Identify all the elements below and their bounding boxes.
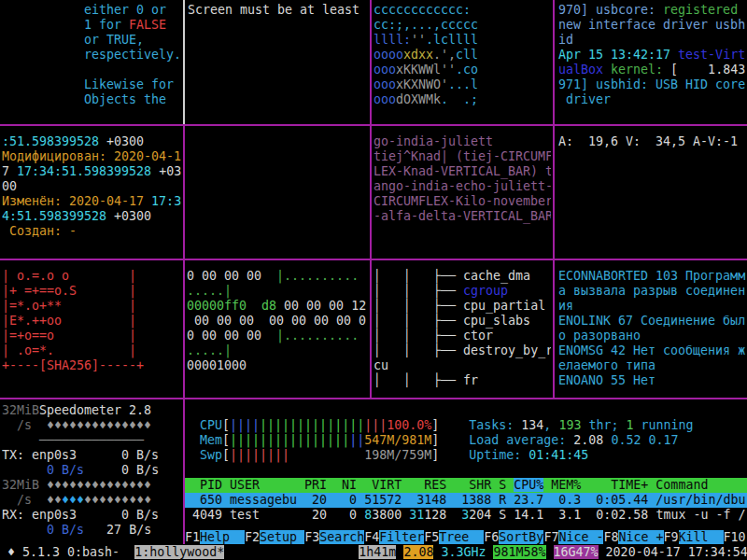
text-segment: or TRUE,	[2, 33, 144, 47]
status-diamond-icon: ♦	[0, 545, 22, 559]
text-segment: Uptime:	[469, 448, 529, 462]
text-segment: LEX-Knad-VERTICAL_BAR) t	[374, 164, 551, 178]
terminal-line	[185, 403, 747, 418]
text-segment: Likewise for	[2, 77, 174, 91]
pane-errno-list[interactable]: ECONNABORTED 103 Программа вызвала разры…	[558, 269, 747, 388]
text-segment: .....|	[187, 284, 232, 298]
fkey-search-label[interactable]: Search	[319, 530, 364, 544]
text-segment: а вызвала разрыв соединен	[558, 284, 745, 298]
fkey-sortby-label[interactable]: SortBy	[499, 530, 543, 544]
fkey-f5[interactable]: F5	[424, 530, 439, 544]
fkey-help-label[interactable]: Help	[200, 530, 245, 544]
text-segment: Speedometer 2.8	[39, 403, 151, 417]
pane-border[interactable]	[0, 398, 747, 399]
fkey-setup-label[interactable]: Setup	[260, 530, 304, 544]
text-segment: MEM% TIME+ Command	[543, 478, 738, 492]
tmux-status-bar[interactable]: ♦ 5.1.3 0:bash- 1:hollywood* 1h41m 2.08 …	[0, 545, 747, 560]
pane-hexdump[interactable]: 0 00 00 00 |...............|00000ff0 d8 …	[187, 269, 368, 373]
text-segment: cu	[374, 358, 388, 372]
text-segment: CPU	[185, 418, 222, 432]
process-row[interactable]: 4049 test 20 0 83800 31128 3204 S 14.1 3…	[185, 508, 747, 523]
fkey-f3[interactable]: F3	[304, 530, 319, 544]
text-segment	[546, 545, 554, 559]
terminal-line: ENOMSG 42 Нет сообщения ж	[558, 343, 747, 358]
fkey-f2[interactable]: F2	[245, 530, 260, 544]
fkey-filter-label[interactable]: Filter	[379, 530, 424, 544]
terminal-line: CIRCUMFLEX-Kilo-november	[374, 194, 551, 209]
pane-ascii-art[interactable]: cccccccccccc:cc:;,...,cccccllll:''.lclll…	[374, 3, 551, 107]
pane-border[interactable]	[553, 126, 555, 259]
pane-border[interactable]	[370, 260, 372, 398]
fkey-f4[interactable]: F4	[364, 530, 379, 544]
terminal-line: 00000ff0 d8 00 00 00 12	[187, 299, 368, 314]
text-segment: 00000ff0 d8	[187, 299, 276, 313]
pane-phonetic-text[interactable]: go-india-julietttiej^Knad| (tiej-CIRCUMF…	[374, 134, 551, 224]
terminal-line: Создан: -	[2, 224, 181, 239]
text-segment: елаемого типа	[558, 358, 655, 372]
pane-border[interactable]	[183, 126, 185, 259]
text-segment: Screen must be at least	[188, 3, 359, 17]
text-segment: [	[222, 433, 230, 447]
fkey-f6[interactable]: F6	[484, 530, 499, 544]
pane-border[interactable]	[183, 0, 185, 124]
pane-border[interactable]	[0, 259, 747, 260]
text-segment: Создан: -	[2, 224, 77, 238]
text-segment: ♦♦♦♦♦♦♦♦♦♦♦♦♦♦	[47, 418, 151, 432]
text-segment: 0.17	[648, 433, 678, 447]
terminal-line: :51.598399528 +0300	[2, 134, 181, 149]
text-segment: 0 B/s	[121, 463, 159, 477]
text-segment: 4:51.598399528	[2, 209, 106, 223]
pane-speedometer[interactable]: 32MiBSpeedometer 2.8 /s ♦♦♦♦♦♦♦♦♦♦♦♦♦♦ ─…	[2, 403, 181, 538]
fkey-f1[interactable]: F1	[185, 530, 200, 544]
text-segment: │ │ ├──	[374, 314, 463, 328]
text-segment: 00 00 00 12	[276, 299, 366, 313]
pane-border[interactable]	[0, 124, 747, 126]
text-segment	[120, 545, 134, 559]
pane-border[interactable]	[553, 260, 555, 398]
terminal-line: Mem[||||||||||||||||||547M/981M] Load av…	[185, 433, 747, 448]
pane-doc-text[interactable]: either 0 or 1 for FALSE or TRUE, respect…	[2, 3, 181, 107]
fkey-f8[interactable]: F8	[603, 530, 618, 544]
window-item-hollywood[interactable]: 1:hollywood*	[134, 545, 224, 559]
text-segment: Изменён: 2020-04-17	[2, 194, 151, 208]
terminal-line: │ │ ├── cache_dma	[374, 269, 551, 284]
text-segment: 0 B/s	[47, 523, 84, 537]
terminal-line: Apr 15 13:42:17 test-Virt	[558, 48, 747, 63]
pane-file-stat[interactable]: :51.598399528 +0300Модифицирован: 2020-0…	[2, 134, 181, 239]
pane-border[interactable]	[183, 260, 185, 398]
text-segment: |E*.++oo |	[2, 314, 136, 328]
pane-screen-message[interactable]: Screen must be at least	[188, 3, 368, 18]
text-segment: xKKWWl	[396, 63, 441, 77]
terminal-line: 1 for FALSE	[2, 18, 181, 33]
terminal-line: 32MiB ♦♦♦♦♦♦♦♦♦♦♦♦♦♦	[2, 478, 181, 493]
text-segment: cpu_partial	[463, 299, 545, 313]
pane-border[interactable]	[370, 126, 372, 259]
text-segment: [ 1.843	[670, 63, 745, 77]
text-segment: ||||||||||||||||	[230, 433, 349, 447]
pane-dmesg-log[interactable]: 970] usbcore: registered new interface d…	[558, 3, 747, 107]
fkey-nice-minus-label[interactable]: Nice -	[558, 530, 603, 544]
text-segment: ♦♦♦	[62, 493, 84, 507]
fkey-kill-label[interactable]: Kill	[679, 530, 724, 544]
text-segment: 0 B/s	[47, 463, 84, 477]
fkey-tree-label[interactable]: Tree	[439, 530, 484, 544]
pane-border[interactable]	[553, 0, 555, 124]
sort-column-cpu[interactable]: CPU%	[514, 478, 543, 492]
terminal-line: LEX-Knad-VERTICAL_BAR) t	[374, 164, 551, 179]
terminal-line: ──────────────	[2, 433, 181, 448]
htop-function-keys[interactable]: F1Help F2Setup F3SearchF4FilterF5Tree F6…	[185, 530, 747, 545]
pane-ssh-randomart[interactable]: | o.=.o o ||+ =+==o.S ||=*.o+** ||E*.++o…	[2, 269, 181, 373]
fkey-f9[interactable]: F9	[664, 530, 679, 544]
window-item-bash[interactable]: 0:bash-	[67, 545, 120, 559]
pane-av-readout[interactable]: A: 19,6 V: 34,5 A-V:-1	[558, 134, 747, 149]
pane-border[interactable]	[370, 0, 372, 124]
fkey-nice-plus-label[interactable]: Nice +	[618, 530, 663, 544]
fkey-f10[interactable]: F10	[724, 530, 746, 544]
status-uptime: 1h41m	[359, 545, 396, 559]
pane-tree-listing[interactable]: │ │ ├── cache_dma│ │ ├── cgroup│ │ ├── c…	[374, 269, 551, 388]
pane-htop[interactable]: CPU[|||||||||||||||||||||100.0%] Tasks: …	[185, 403, 747, 523]
fkey-f7[interactable]: F7	[543, 530, 558, 544]
text-segment: -alfa-delta-VERTICAL_BAR	[374, 209, 551, 223]
text-segment: 00001000	[187, 358, 247, 372]
process-row-selected[interactable]: 650 messagebu 20 0 51572 3148 1388 R 23.…	[185, 493, 747, 508]
